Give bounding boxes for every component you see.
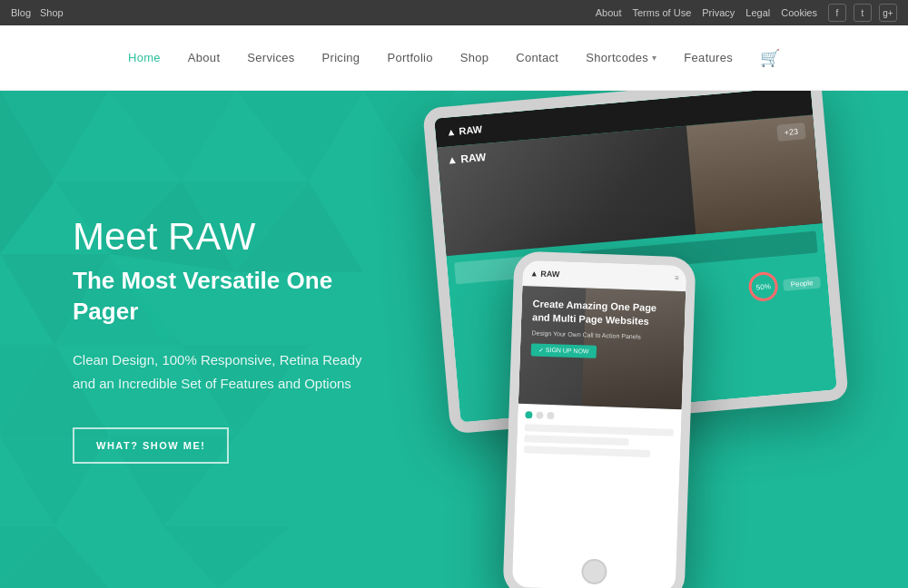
nav-shop[interactable]: Shop [460,51,489,64]
legal-top-link[interactable]: Legal [745,7,770,18]
phone-dot-2 [536,412,543,419]
phone-content-line-2 [524,435,628,446]
phone-hero-text: Create Amazing One Page and Multi Page W… [531,297,675,360]
nav-services[interactable]: Services [247,51,294,64]
phone-dot-3 [547,412,554,419]
devices-container: ▲ RAW ▲ RAW +23 50% People [400,91,908,588]
nav-contact[interactable]: Contact [516,51,558,64]
phone-bottom [516,404,681,473]
googleplus-icon[interactable]: g+ [879,4,897,22]
nav-bar: Home About Services Pricing Portfolio Sh… [0,25,908,91]
hero-title: Meet RAW [73,215,363,259]
phone-hero-sub: Design Your Own Call to Action Panels [531,328,673,342]
shortcodes-dropdown-arrow: ▾ [652,53,656,63]
tablet-brand: ▲ RAW [446,123,483,137]
tablet-people-label: People [783,276,821,291]
hero-description: Clean Design, 100% Responsive, Retina Re… [73,348,363,395]
nav-features[interactable]: Features [684,51,733,64]
phone-dot-1 [525,411,532,418]
nav-home[interactable]: Home [128,51,161,64]
nav-about[interactable]: About [188,51,220,64]
cookies-top-link[interactable]: Cookies [781,7,817,18]
facebook-icon[interactable]: f [828,4,846,22]
tablet-stat-ring: 50% [747,271,779,303]
phone-screen: ▲ RAW ≡ Create Amazing One Page and Mult… [512,260,686,588]
top-bar-right: About Terms of Use Privacy Legal Cookies… [596,4,897,22]
phone-mockup: ▲ RAW ≡ Create Amazing One Page and Mult… [502,251,696,588]
terms-top-link[interactable]: Terms of Use [632,7,691,18]
hero-content: Meet RAW The Most Versatile One Pager Cl… [0,161,436,519]
svg-marker-27 [163,526,291,588]
top-bar: Blog Shop About Terms of Use Privacy Leg… [0,0,908,25]
phone-home-button[interactable] [581,558,607,584]
privacy-top-link[interactable]: Privacy [702,7,735,18]
top-bar-left: Blog Shop [11,7,64,18]
social-icons: f t g+ [828,4,897,22]
nav-portfolio[interactable]: Portfolio [387,51,432,64]
hero-subtitle: The Most Versatile One Pager [73,266,363,328]
phone-content-line-1 [525,424,674,436]
about-top-link[interactable]: About [596,7,622,18]
cart-icon[interactable]: 🛒 [760,48,780,68]
hero-cta-button[interactable]: WHAT? SHOW ME! [73,427,229,464]
phone-content-line-3 [524,446,651,457]
phone-hero-title: Create Amazing One Page and Multi Page W… [532,297,675,329]
twitter-icon[interactable]: t [854,4,872,22]
shop-link[interactable]: Shop [40,7,64,18]
phone-hero: Create Amazing One Page and Multi Page W… [518,286,686,409]
hero-section: Meet RAW The Most Versatile One Pager Cl… [0,91,908,588]
blog-link[interactable]: Blog [11,7,31,18]
nav-shortcodes[interactable]: Shortcodes ▾ [586,51,656,64]
nav-pricing[interactable]: Pricing [322,51,360,64]
phone-cta-button[interactable]: ✓ SIGN UP NOW [531,343,597,358]
phone-dots [525,411,674,424]
nav-links: Home About Services Pricing Portfolio Sh… [128,48,780,68]
